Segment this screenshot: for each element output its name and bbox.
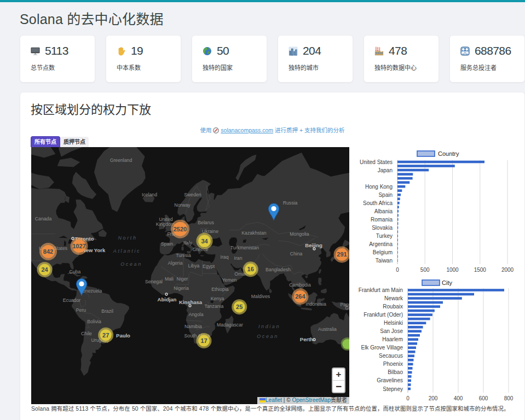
svg-text:Albania: Albania — [374, 208, 393, 214]
svg-text:Newark: Newark — [384, 295, 403, 301]
svg-text:Perth: Perth — [300, 336, 313, 342]
svg-text:Cuba: Cuba — [70, 269, 81, 275]
svg-text:Tanzania: Tanzania — [205, 304, 224, 309]
svg-text:Sweden: Sweden — [184, 192, 201, 197]
svg-text:Haarlem: Haarlem — [382, 336, 403, 342]
svg-text:United States: United States — [360, 159, 393, 165]
svg-text:Angola: Angola — [188, 312, 203, 317]
svg-text:Mali: Mali — [165, 276, 174, 282]
svg-text:200: 200 — [429, 395, 438, 401]
svg-text:Secaucus: Secaucus — [379, 353, 403, 359]
svg-text:Abidjan: Abidjan — [158, 296, 177, 302]
svg-text:Yemen: Yemen — [222, 277, 237, 283]
svg-text:25: 25 — [236, 304, 243, 310]
svg-text:Madagascar: Madagascar — [217, 322, 243, 328]
svg-text:Hong Kong: Hong Kong — [365, 184, 393, 190]
svg-text:Egypt: Egypt — [203, 264, 215, 269]
svg-text:Libya: Libya — [188, 263, 200, 269]
svg-text:Slovakia: Slovakia — [372, 225, 393, 231]
svg-text:1027: 1027 — [72, 243, 85, 249]
svg-text:Australia: Australia — [318, 326, 337, 332]
svg-text:Atlantic: Atlantic — [113, 248, 141, 254]
svg-text:Bangladesh: Bangladesh — [266, 267, 291, 272]
svg-text:Ocean: Ocean — [257, 334, 279, 339]
svg-text:City: City — [442, 279, 452, 286]
svg-text:Russia: Russia — [283, 200, 298, 206]
svg-text:Romania: Romania — [371, 217, 393, 223]
svg-text:Namibia: Namibia — [184, 324, 202, 329]
svg-text:Italy: Italy — [183, 240, 193, 246]
svg-text:Cambodia: Cambodia — [289, 282, 311, 288]
svg-text:Spain: Spain — [161, 241, 173, 247]
svg-text:16: 16 — [247, 266, 254, 272]
svg-text:Gravelines: Gravelines — [377, 377, 403, 383]
svg-text:Ocean: Ocean — [120, 261, 142, 267]
svg-text:Roubaix: Roubaix — [383, 304, 403, 310]
svg-text:North: North — [118, 235, 137, 241]
svg-text:Beijing: Beijing — [305, 242, 322, 248]
svg-text:Nigeria: Nigeria — [174, 285, 189, 291]
svg-text:Taiwan: Taiwan — [376, 258, 393, 264]
svg-text:Senegal: Senegal — [145, 279, 163, 284]
svg-text:Iraq: Iraq — [221, 254, 229, 260]
svg-text:Bilbao: Bilbao — [388, 369, 403, 375]
svg-text:842: 842 — [43, 248, 53, 255]
svg-text:Spain: Spain — [378, 192, 393, 198]
svg-text:Kazakhstan: Kazakhstan — [241, 230, 267, 236]
svg-text:291: 291 — [337, 251, 347, 258]
svg-text:Mongolia: Mongolia — [290, 231, 309, 237]
svg-text:1500: 1500 — [474, 267, 487, 273]
svg-text:Bolivia: Bolivia — [87, 319, 101, 324]
svg-text:Paulo: Paulo — [116, 332, 130, 339]
svg-text:Kinshasa: Kinshasa — [179, 299, 203, 305]
svg-text:Tunisia: Tunisia — [176, 253, 191, 258]
svg-text:Niger: Niger — [177, 276, 188, 282]
svg-text:Elk Grove Village: Elk Grove Village — [361, 345, 403, 351]
svg-text:Norway: Norway — [174, 202, 191, 208]
svg-text:Chile: Chile — [81, 331, 92, 336]
svg-text:Japan: Japan — [378, 167, 393, 173]
svg-text:Frankfurt am Main: Frankfurt am Main — [359, 287, 403, 293]
svg-text:Frankfurt (Oder): Frankfurt (Oder) — [364, 312, 403, 318]
svg-text:264: 264 — [295, 293, 305, 300]
svg-text:Belarus: Belarus — [198, 220, 214, 225]
svg-text:34: 34 — [201, 238, 208, 244]
svg-text:South Africa: South Africa — [363, 200, 393, 206]
svg-text:Iceland: Iceland — [142, 192, 157, 197]
svg-text:500: 500 — [420, 267, 430, 273]
svg-text:Gui: Gui — [345, 305, 349, 311]
svg-text:0: 0 — [396, 267, 399, 273]
svg-text:400: 400 — [454, 395, 463, 401]
svg-text:Country: Country — [438, 150, 459, 157]
svg-text:Peru: Peru — [76, 307, 86, 313]
svg-text:600: 600 — [479, 395, 488, 401]
svg-text:Kenya: Kenya — [211, 296, 224, 301]
svg-text:Helsinki: Helsinki — [384, 320, 403, 326]
svg-text:China: China — [290, 251, 303, 256]
svg-text:27: 27 — [102, 332, 109, 339]
svg-text:Ethiopia: Ethiopia — [211, 287, 229, 292]
svg-text:2000: 2000 — [501, 267, 514, 273]
svg-text:24: 24 — [41, 266, 48, 273]
svg-text:Turkmenistan: Turkmenistan — [230, 245, 259, 250]
svg-text:17: 17 — [200, 337, 207, 344]
svg-text:Algeria: Algeria — [168, 260, 182, 266]
svg-text:Phoenix: Phoenix — [383, 361, 403, 367]
svg-text:Maldives: Maldives — [251, 294, 270, 299]
svg-text:San Jose: San Jose — [380, 328, 403, 334]
svg-text:Turkey: Turkey — [376, 233, 393, 239]
svg-text:800: 800 — [504, 395, 514, 401]
svg-text:Indian: Indian — [258, 324, 280, 329]
svg-text:1000: 1000 — [446, 267, 459, 273]
svg-text:0: 0 — [406, 395, 409, 401]
svg-text:Ecuador: Ecuador — [63, 298, 80, 303]
svg-text:Canada: Canada — [35, 216, 52, 221]
svg-text:Belgium: Belgium — [373, 249, 393, 255]
svg-text:Iran: Iran — [234, 255, 243, 261]
svg-text:2520: 2520 — [174, 226, 187, 232]
svg-text:Brazil: Brazil — [101, 308, 113, 314]
svg-text:Stepney: Stepney — [383, 386, 403, 392]
svg-text:Indonesia: Indonesia — [305, 301, 326, 307]
svg-text:Greenland: Greenland — [110, 158, 132, 163]
svg-text:Argentina: Argentina — [369, 241, 393, 247]
